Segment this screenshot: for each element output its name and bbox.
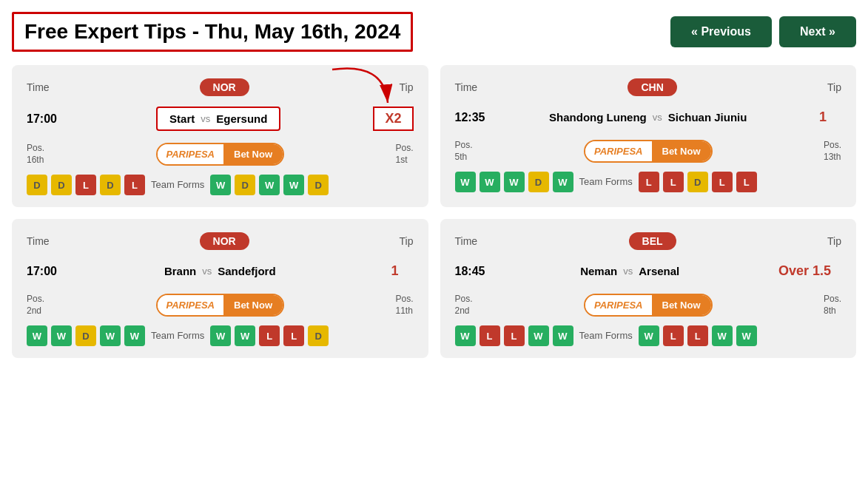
form-badge: W bbox=[259, 175, 280, 195]
away-team: Sichuan Jiuniu bbox=[668, 111, 747, 124]
match-card-card2: Time CHN Tip 12:35 Shandong Luneng vs Si… bbox=[440, 65, 857, 207]
home-forms: DDLDL bbox=[27, 175, 145, 195]
forms-label: Team Forms bbox=[151, 330, 204, 342]
home-forms: WLLWW bbox=[455, 325, 573, 346]
match-row: 12:35 Shandong Luneng vs Sichuan Jiuniu … bbox=[455, 107, 842, 128]
form-badge: L bbox=[639, 172, 659, 192]
away-forms: LLDLL bbox=[639, 172, 757, 192]
away-team: Sandefjord bbox=[218, 265, 275, 277]
paripesa-button[interactable]: PARIPESA Bet Now bbox=[584, 294, 713, 317]
away-team: Arsenal bbox=[639, 265, 679, 277]
home-forms: WWDWW bbox=[27, 325, 145, 346]
tip-header-label: Tip bbox=[827, 81, 841, 93]
match-teams: Shandong Luneng vs Sichuan Jiuniu bbox=[537, 107, 758, 128]
page-header: Free Expert Tips - Thu, May 16th, 2024 «… bbox=[12, 12, 856, 52]
vs-text: vs bbox=[201, 113, 210, 124]
card-header: Time NOR Tip bbox=[27, 232, 414, 250]
home-team: Shandong Luneng bbox=[549, 111, 647, 124]
match-row: 17:00 Start vs Egersund X2 bbox=[27, 107, 414, 131]
bet-row: Pos.2nd PARIPESA Bet Now Pos.11th bbox=[27, 294, 414, 317]
card-header: Time CHN Tip bbox=[455, 78, 842, 96]
form-badge: W bbox=[553, 172, 573, 192]
form-badge: L bbox=[736, 172, 757, 192]
next-button[interactable]: Next » bbox=[779, 16, 856, 47]
cards-grid: Time NOR Tip 17:00 Start vs Egersund X2 bbox=[12, 65, 856, 358]
form-badge: W bbox=[712, 325, 733, 346]
form-badge: L bbox=[124, 175, 145, 195]
form-badge: L bbox=[75, 175, 96, 195]
league-badge: NOR bbox=[200, 78, 249, 96]
form-badge: L bbox=[504, 325, 525, 346]
bet-now-button[interactable]: Bet Now bbox=[652, 141, 711, 161]
match-teams: Start vs Egersund bbox=[156, 107, 280, 131]
previous-button[interactable]: « Previous bbox=[670, 16, 772, 47]
match-time: 18:45 bbox=[455, 265, 492, 278]
home-team: Neman bbox=[580, 265, 617, 277]
form-badge: W bbox=[528, 325, 549, 346]
match-time: 12:35 bbox=[455, 111, 492, 124]
form-badge: D bbox=[528, 172, 549, 192]
tip-header-label: Tip bbox=[400, 81, 414, 93]
tip-value: 1 bbox=[804, 107, 841, 128]
tip-value: 1 bbox=[377, 260, 414, 282]
forms-label: Team Forms bbox=[151, 179, 204, 192]
form-badge: W bbox=[283, 175, 304, 195]
forms-row: WWDWW Team Forms WWLLD bbox=[27, 325, 414, 346]
match-teams: Brann vs Sandefjord bbox=[152, 260, 288, 282]
form-badge: L bbox=[663, 325, 684, 346]
pos-home: Pos.2nd bbox=[27, 294, 44, 317]
form-badge: D bbox=[235, 175, 255, 195]
pos-home: Pos.16th bbox=[27, 143, 44, 166]
nav-buttons: « Previous Next » bbox=[670, 16, 856, 47]
tip-value: X2 bbox=[373, 107, 413, 131]
bet-row: Pos.16th PARIPESA Bet Now Pos.1st bbox=[27, 143, 414, 166]
paripesa-button[interactable]: PARIPESA Bet Now bbox=[156, 294, 285, 317]
match-time: 17:00 bbox=[27, 112, 64, 126]
paripesa-label: PARIPESA bbox=[585, 141, 652, 161]
bet-row: Pos.5th PARIPESA Bet Now Pos.13th bbox=[455, 140, 842, 163]
form-badge: L bbox=[687, 325, 708, 346]
bet-now-button[interactable]: Bet Now bbox=[223, 295, 283, 315]
match-card-card3: Time NOR Tip 17:00 Brann vs Sandefjord 1… bbox=[12, 219, 428, 358]
pos-home: Pos.2nd bbox=[455, 294, 473, 317]
bet-now-button[interactable]: Bet Now bbox=[652, 295, 711, 315]
form-badge: W bbox=[639, 325, 659, 346]
form-badge: W bbox=[210, 325, 231, 346]
form-badge: W bbox=[51, 325, 72, 346]
match-teams: Neman vs Arsenal bbox=[568, 260, 691, 282]
card-header: Time BEL Tip bbox=[455, 232, 842, 250]
tip-header-label: Tip bbox=[400, 235, 414, 247]
league-badge: NOR bbox=[200, 232, 249, 250]
form-badge: W bbox=[736, 325, 757, 346]
home-forms: WWWDW bbox=[455, 172, 573, 192]
time-label: Time bbox=[27, 235, 50, 247]
time-label: Time bbox=[27, 81, 50, 93]
paripesa-button[interactable]: PARIPESA Bet Now bbox=[156, 143, 285, 166]
bet-now-button[interactable]: Bet Now bbox=[223, 144, 283, 164]
form-badge: D bbox=[75, 325, 96, 346]
forms-row: WLLWW Team Forms WLLWW bbox=[455, 325, 842, 346]
form-badge: L bbox=[663, 172, 684, 192]
paripesa-label: PARIPESA bbox=[158, 295, 224, 315]
form-badge: W bbox=[455, 325, 476, 346]
pos-away: Pos.1st bbox=[395, 143, 413, 166]
forms-row: DDLDL Team Forms WDWWD bbox=[27, 175, 414, 195]
form-badge: W bbox=[480, 172, 500, 192]
paripesa-button[interactable]: PARIPESA Bet Now bbox=[584, 140, 713, 163]
form-badge: D bbox=[51, 175, 72, 195]
away-team: Egersund bbox=[216, 112, 267, 125]
league-badge: CHN bbox=[628, 78, 676, 96]
match-time: 17:00 bbox=[27, 265, 64, 278]
forms-label: Team Forms bbox=[579, 176, 633, 189]
pos-home: Pos.5th bbox=[455, 140, 473, 163]
form-badge: L bbox=[283, 325, 304, 346]
bet-row: Pos.2nd PARIPESA Bet Now Pos.8th bbox=[455, 294, 842, 317]
form-badge: W bbox=[100, 325, 121, 346]
form-badge: W bbox=[210, 175, 231, 195]
tip-value: Over 1.5 bbox=[768, 260, 841, 282]
home-team: Brann bbox=[164, 265, 196, 277]
match-card-card1: Time NOR Tip 17:00 Start vs Egersund X2 bbox=[12, 65, 428, 207]
paripesa-label: PARIPESA bbox=[585, 295, 652, 315]
away-forms: WDWWD bbox=[210, 175, 329, 195]
form-badge: W bbox=[235, 325, 255, 346]
